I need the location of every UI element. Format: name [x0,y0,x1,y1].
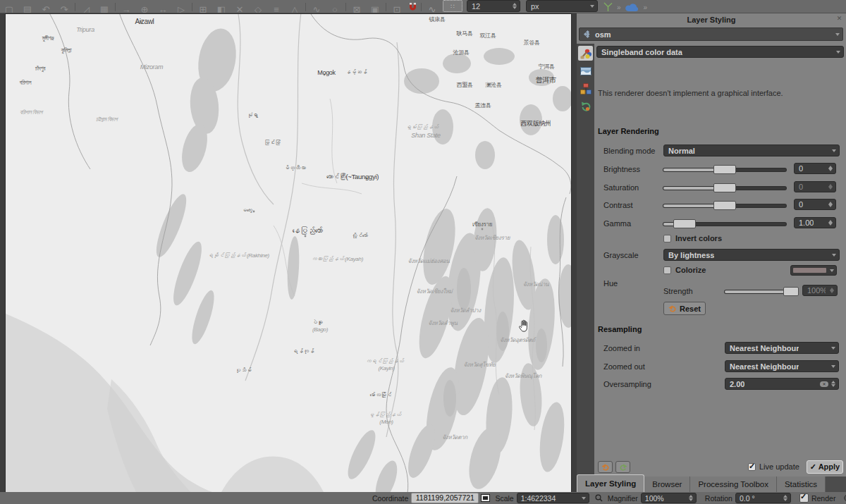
node-branch-icon[interactable] [603,1,613,12]
vertex-icon[interactable]: ◇ [249,1,267,13]
gamma-spinner[interactable]: 1.00 [794,217,836,228]
apply-button[interactable]: ✓ Apply [807,460,843,474]
magnifier-spinner[interactable]: 100% [641,493,697,503]
redo-icon[interactable]: ↷ [55,1,73,13]
dock-tabbar: Layer StylingBrowserProcessing ToolboxSt… [577,477,846,492]
renderer-value: Singleband color data [601,48,682,56]
vertex-marker-toggle[interactable]: ∷ [443,0,462,12]
resampling-header: Resampling [598,325,642,333]
map-canvas[interactable]: AizawlTripuraMizoramমুন্সীগঞ্জকুমিল্লাচা… [6,14,571,492]
map-label: 西盟县 [456,81,472,89]
tab-layer-styling[interactable]: Layer Styling [577,474,644,492]
shape-icon[interactable]: ⊠ [348,1,366,13]
oversampling-spinner[interactable]: 2.00 ✕ [725,378,839,390]
clear-value-icon[interactable]: ✕ [820,381,828,387]
unit-dropdown[interactable]: px [526,0,598,12]
hand-cursor [518,319,529,336]
fill-icon[interactable]: ▣ [366,1,384,13]
transparency-tab-icon[interactable] [578,63,593,78]
add-feature-icon[interactable]: ⊕ [135,1,154,13]
reset-button[interactable]: Reset [663,302,706,315]
render-checkbox[interactable] [799,493,809,503]
toolbar-overflow-icon-2[interactable]: » [644,4,648,11]
colorize-checkbox[interactable] [663,266,671,274]
brightness-slider[interactable] [663,168,786,171]
font-size-value: 12 [472,2,480,11]
history-tab-icon[interactable] [578,99,593,113]
map-label: လွိုင်ကော် [351,233,367,239]
split-icon[interactable]: ◧ [212,1,231,13]
scale-dropdown[interactable]: 1:4622334 [517,493,589,503]
layer-selector[interactable]: osm [579,27,843,41]
renderer-dropdown[interactable]: Singleband color data [596,46,844,58]
snapping-magnet-icon[interactable] [408,2,417,12]
delete-icon[interactable]: ✕ [231,1,249,13]
gamma-slider[interactable] [663,223,786,226]
arrow-icon[interactable]: → [117,1,135,13]
map-label: 澜沧县 [485,81,501,89]
layers-icon[interactable]: ≡ [267,1,286,13]
symbology-tab-icon[interactable] [578,46,593,61]
toolbar-separator [386,3,386,11]
contrast-slider[interactable] [663,204,786,207]
coordinate-input[interactable]: 1181199,2057721 [411,493,479,503]
map-label: เชียงราย [472,220,492,229]
saturation-slider[interactable] [663,187,786,190]
font-size-spinner[interactable]: 12 [467,0,520,12]
brightness-spinner[interactable]: 0 [794,163,836,174]
zoomed-in-label: Zoomed in [603,344,640,352]
tab-statistics[interactable]: Statistics [777,477,826,492]
map-label: မိတ္ထီလာ [284,165,306,171]
zoomed-in-dropdown[interactable]: Nearest Neighbour [725,342,839,354]
live-update-checkbox[interactable] [748,463,756,471]
histogram-tab-icon[interactable] [578,81,593,96]
project-open-icon[interactable]: ▤ [18,1,37,13]
invert-colors-checkbox[interactable] [663,235,671,242]
toolbar-separator [345,3,346,11]
reset-label: Reset [680,305,701,313]
contrast-spinner[interactable]: 0 [794,199,836,210]
map-label: ရန်ကုန် [293,348,314,355]
toolbar-separator [421,3,422,11]
map-label: จังหวัดเชียงใหม่ [416,287,452,296]
style-redo-button[interactable] [615,461,630,473]
options-icon[interactable]: ▦ [95,1,114,13]
map-label: 西双版纳州 [520,119,551,128]
circle-icon[interactable]: ○ [326,1,344,13]
grayscale-dropdown[interactable]: By lightness [663,249,840,261]
map-label: จังหวัดเชียงราย [474,233,510,242]
curve-icon[interactable]: ∿ [307,1,326,13]
magnifier-label: Magnifier [608,494,638,503]
panel-title: Layer Styling [577,16,846,24]
strength-slider[interactable] [725,290,797,293]
colorize-label: Colorize [675,266,706,274]
reset-undo-icon [668,305,677,312]
rotation-spinner[interactable]: 0.0 ° [735,493,791,503]
multiedit-icon[interactable]: ⊞ [194,1,212,13]
map-label: မုံရွာ [247,112,257,118]
tab-processing-toolbox[interactable]: Processing Toolbox [690,477,777,492]
polygon-icon[interactable]: ⊡ [388,1,406,13]
cloud-icon[interactable] [625,3,640,12]
zoomed-out-dropdown[interactable]: Nearest Neighbour [725,360,839,372]
chevron-down-icon [832,149,836,152]
move-feature-icon[interactable]: ↔ [154,1,172,13]
map-label: ပဲခူး [312,319,322,326]
chevron-down-icon [835,33,840,36]
project-new-icon[interactable]: ▢ [0,1,18,13]
undo-icon[interactable]: ↶ [37,1,55,13]
measure-icon[interactable]: ◿ [77,1,95,13]
style-undo-button[interactable] [598,461,613,473]
triangle-icon[interactable]: △ [286,1,304,13]
rotate-feature-icon[interactable]: ▷ [172,1,190,13]
tab-browser[interactable]: Browser [644,477,690,492]
close-icon[interactable]: ✕ [835,15,843,23]
blending-mode-dropdown[interactable]: Normal [663,145,840,156]
map-label: মুন্সীগঞ্জ [42,35,54,42]
map-label: ကရင်ပြည်နယ် [365,358,403,364]
renderer-notice: This renderer doesn't implement a graphi… [598,89,783,97]
extents-toggle-icon[interactable] [481,494,490,502]
layer-styling-panel: Layer Styling ✕ osm Singleband color dat… [577,13,846,477]
tracing-icon[interactable]: ∿ [423,1,441,13]
toolbar-overflow-icon[interactable]: » [617,4,621,11]
